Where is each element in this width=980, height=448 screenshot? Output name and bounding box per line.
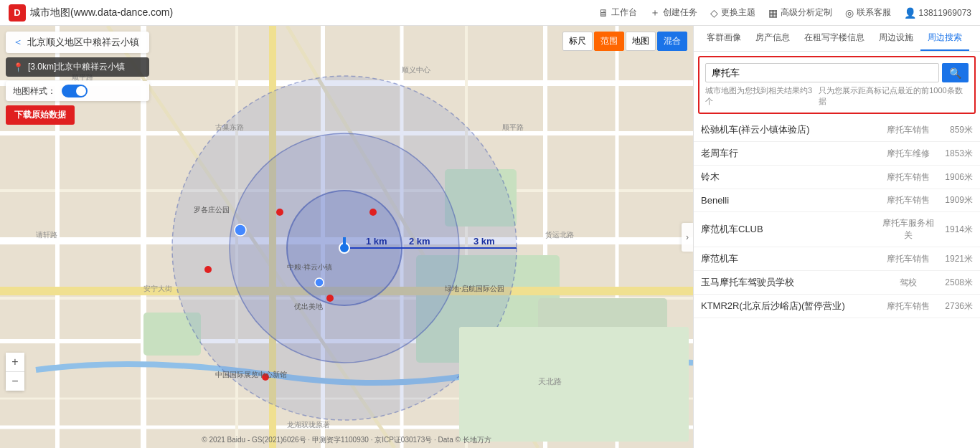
svg-text:顺平路: 顺平路 [502, 123, 524, 131]
list-item[interactable]: 铃木 摩托车销售 1906米 [694, 166, 980, 189]
map-zoom-controls: + − [6, 353, 24, 391]
nav-create-task[interactable]: ＋ 创建任务 [650, 6, 697, 19]
svg-text:中粮·祥云小镇: 中粮·祥云小镇 [287, 263, 332, 271]
zoom-out-button[interactable]: − [6, 372, 24, 391]
svg-text:古巢东路: 古巢东路 [215, 123, 244, 131]
result-dist-7: 2736米 [937, 300, 973, 313]
result-type-5: 摩托车销售 [880, 253, 937, 265]
result-type-0: 摩托车销售 [880, 124, 937, 136]
list-item[interactable]: KTMR2R(北京后沙峪店)(暂停营业) 摩托车销售 2736米 [694, 295, 980, 318]
svg-text:中国国际展览中心新馆: 中国国际展览中心新馆 [215, 371, 287, 378]
result-dist-5: 1921米 [937, 253, 973, 265]
breadcrumb-bar: ＜ 北京顺义地区中粮祥云小镇 [6, 32, 149, 53]
result-type-6: 驾校 [880, 277, 937, 289]
nearby-search-button[interactable]: 🔍 [942, 63, 969, 82]
map-style-toggle[interactable] [62, 85, 88, 97]
result-dist-0: 859米 [937, 124, 973, 136]
site-title: 城市地图(www.data-dance.com) [30, 6, 173, 19]
result-dist-6: 2508米 [937, 277, 973, 289]
nearby-search-input[interactable] [705, 63, 939, 82]
result-type-2: 摩托车销售 [880, 171, 937, 184]
result-type-7: 摩托车销售 [880, 300, 937, 313]
list-item[interactable]: 老周车行 摩托车维修 1853米 [694, 142, 980, 166]
location-bar: 📍 [3.0km]北京中粮祥云小镇 [6, 57, 149, 77]
mode-map[interactable]: 地图 [626, 32, 656, 51]
svg-rect-35 [343, 237, 346, 248]
support-icon: ◎ [845, 7, 854, 19]
logo-icon: D [9, 4, 26, 22]
nav-create-task-label: 创建任务 [663, 6, 697, 19]
svg-text:顺义中心: 顺义中心 [402, 66, 430, 74]
tab-nearby-search[interactable]: 周边搜索 [920, 26, 969, 51]
result-type-4: 摩托车服务相关 [880, 217, 937, 242]
zoom-in-button[interactable]: + [6, 353, 24, 371]
tab-nearby-facilities[interactable]: 周边设施 [872, 26, 920, 51]
map-left-panel: ＜ 北京顺义地区中粮祥云小镇 📍 [3.0km]北京中粮祥云小镇 地图样式： 下… [6, 32, 149, 125]
map-area[interactable]: 1 km 2 km 3 km 顺平路 古巢东路 请轩路 安宁大街 龙湖双珑原著 … [0, 26, 693, 448]
search-hint-right: 只为您展示距高标记点最近的前1000条数据 [819, 85, 969, 107]
main-container: 1 km 2 km 3 km 顺平路 古巢东路 请轩路 安宁大街 龙湖双珑原著 … [0, 26, 980, 448]
result-dist-2: 1906米 [937, 171, 973, 184]
map-mode-buttons: 标尺 范围 地图 混合 [562, 32, 687, 51]
tab-office-rent[interactable]: 在租写字楼信息 [797, 26, 872, 51]
svg-point-42 [315, 278, 324, 287]
map-copyright: © 2021 Baidu - GS(2021)6026号 · 甲测资字11009… [0, 435, 693, 445]
result-type-3: 摩托车销售 [880, 194, 937, 206]
nav-advanced-label: 高级分析定制 [781, 6, 832, 19]
results-list: 松驰机车(祥云小镇体验店) 摩托车销售 859米 老周车行 摩托车维修 1853… [694, 118, 980, 448]
list-item[interactable]: 摩范机车CLUB 摩托车服务相关 1914米 [694, 212, 980, 247]
mode-range[interactable]: 范围 [594, 32, 624, 51]
advanced-icon: ▦ [768, 7, 778, 19]
nav-user-label: 13811969073 [919, 8, 971, 18]
header: D 城市地图(www.data-dance.com) 🖥 工作台 ＋ 创建任务 … [0, 0, 980, 26]
nav-workbench-label: 工作台 [611, 6, 637, 19]
tab-customer-portrait[interactable]: 客群画像 [699, 26, 748, 51]
location-label: [3.0km]北京中粮祥云小镇 [28, 61, 125, 73]
svg-point-37 [204, 266, 212, 273]
result-name-6: 玉马摩托车驾驶员学校 [701, 276, 880, 289]
search-box-area: 🔍 城市地图为您找到相关结果约3个 只为您展示距高标记点最近的前1000条数据 [698, 56, 976, 114]
result-name-3: Benelli [701, 195, 880, 206]
svg-text:绿地·启航国际公园: 绿地·启航国际公园 [445, 285, 504, 292]
list-item[interactable]: 松驰机车(祥云小镇体验店) 摩托车销售 859米 [694, 118, 980, 142]
side-collapse-button[interactable]: › [682, 223, 693, 252]
download-button[interactable]: 下载原始数据 [6, 105, 75, 125]
back-button[interactable]: ＜ [13, 36, 23, 49]
svg-point-39 [369, 209, 377, 216]
list-item[interactable]: 玉马摩托车驾驶员学校 驾校 2508米 [694, 271, 980, 295]
svg-text:优出美地: 优出美地 [294, 302, 323, 310]
result-name-2: 铃木 [701, 171, 880, 184]
search-hint-left: 城市地图为您找到相关结果约3个 [705, 85, 819, 107]
nav-change-theme-label: 更换主题 [721, 6, 755, 19]
svg-text:罗各庄公园: 罗各庄公园 [194, 206, 230, 214]
breadcrumb-text: 北京顺义地区中粮祥云小镇 [27, 36, 139, 49]
result-name-4: 摩范机车CLUB [701, 223, 880, 236]
theme-icon: ◇ [710, 7, 718, 19]
nav-advanced[interactable]: ▦ 高级分析定制 [768, 6, 832, 19]
mode-hybrid[interactable]: 混合 [657, 32, 687, 51]
svg-point-36 [276, 209, 283, 216]
map-style-label: 地图样式： [13, 85, 56, 97]
svg-text:龙湖双珑原著: 龙湖双珑原著 [287, 421, 330, 429]
nav-workbench[interactable]: 🖥 工作台 [598, 6, 637, 19]
location-icon: 📍 [13, 62, 24, 72]
result-name-5: 摩范机车 [701, 252, 880, 265]
add-icon: ＋ [650, 6, 660, 19]
nav-user[interactable]: 👤 13811969073 [904, 7, 971, 19]
header-nav: 🖥 工作台 ＋ 创建任务 ◇ 更换主题 ▦ 高级分析定制 ◎ 联系客服 👤 13… [598, 6, 971, 19]
mode-ruler[interactable]: 标尺 [562, 32, 593, 51]
svg-text:1 km: 1 km [366, 236, 387, 247]
nav-support[interactable]: ◎ 联系客服 [845, 6, 891, 19]
list-item[interactable]: Benelli 摩托车销售 1909米 [694, 189, 980, 212]
list-item[interactable]: 摩范机车 摩托车销售 1921米 [694, 247, 980, 271]
nav-change-theme[interactable]: ◇ 更换主题 [710, 6, 755, 19]
nav-support-label: 联系客服 [857, 6, 891, 19]
svg-text:货运北路: 货运北路 [545, 231, 574, 239]
result-dist-3: 1909米 [937, 194, 973, 206]
user-icon: 👤 [904, 7, 916, 19]
workbench-icon: 🖥 [598, 7, 608, 19]
tab-property-info[interactable]: 房产信息 [748, 26, 797, 51]
svg-text:2 km: 2 km [409, 236, 430, 247]
result-name-1: 老周车行 [701, 147, 880, 160]
svg-point-41 [235, 224, 246, 236]
